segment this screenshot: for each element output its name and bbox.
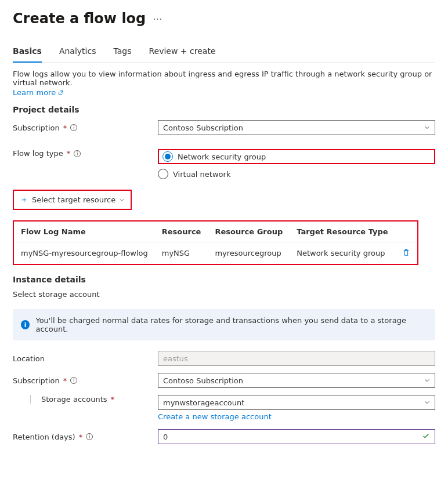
chevron-down-icon bbox=[119, 197, 125, 203]
location-input: eastus bbox=[158, 351, 435, 366]
cell-resource: myNSG bbox=[155, 242, 208, 264]
delete-row-icon[interactable] bbox=[402, 249, 410, 258]
tab-basics[interactable]: Basics bbox=[13, 43, 42, 63]
radio-nsg[interactable]: Network security group bbox=[162, 151, 431, 162]
learn-more-label: Learn more bbox=[13, 88, 56, 97]
radio-vnet-label: Virtual network bbox=[173, 170, 230, 179]
storage-subscription-value: Contoso Subscription bbox=[163, 376, 243, 385]
storage-accounts-label: Storage accounts bbox=[41, 395, 107, 404]
col-resource-group: Resource Group bbox=[208, 222, 290, 242]
storage-account-select[interactable]: mynwstorageaccount bbox=[158, 395, 435, 410]
radio-icon bbox=[162, 151, 173, 162]
radio-nsg-label: Network security group bbox=[178, 153, 266, 161]
select-target-resource-button[interactable]: ＋ Select target resource bbox=[14, 191, 131, 209]
tab-analytics[interactable]: Analytics bbox=[59, 43, 96, 62]
valid-check-icon bbox=[422, 432, 430, 442]
required-marker: * bbox=[79, 433, 83, 441]
highlight-select-target: ＋ Select target resource bbox=[13, 190, 132, 210]
highlight-nsg-option: Network security group bbox=[158, 149, 435, 164]
col-resource: Resource bbox=[155, 222, 208, 242]
tab-review-create[interactable]: Review + create bbox=[149, 43, 215, 62]
info-icon[interactable]: i bbox=[74, 150, 81, 157]
flow-log-type-label: Flow log type bbox=[13, 149, 63, 158]
table-row: myNSG-myresourcegroup-flowlog myNSG myre… bbox=[14, 242, 417, 264]
section-project-details: Project details bbox=[13, 105, 435, 114]
info-icon[interactable]: i bbox=[86, 433, 93, 440]
location-label: Location bbox=[13, 354, 45, 363]
location-value: eastus bbox=[163, 354, 188, 363]
cell-type: Network security group bbox=[290, 242, 395, 264]
col-target-type: Target Resource Type bbox=[290, 222, 395, 242]
chevron-down-icon bbox=[424, 125, 430, 130]
create-storage-link[interactable]: Create a new storage account bbox=[158, 412, 272, 421]
learn-more-link[interactable]: Learn more bbox=[13, 88, 64, 97]
chevron-down-icon bbox=[424, 378, 430, 383]
storage-charge-banner: i You'll be charged normal data rates fo… bbox=[13, 309, 435, 340]
select-target-label: Select target resource bbox=[32, 195, 115, 204]
retention-label: Retention (days) bbox=[13, 433, 75, 441]
info-icon[interactable]: i bbox=[70, 377, 77, 384]
storage-subscription-select[interactable]: Contoso Subscription bbox=[158, 373, 435, 388]
select-storage-text: Select storage account bbox=[13, 290, 435, 299]
required-marker: * bbox=[63, 376, 67, 385]
page-title: Create a flow log bbox=[13, 10, 146, 27]
subscription-label: Subscription bbox=[13, 124, 60, 132]
wizard-tabs: Basics Analytics Tags Review + create bbox=[13, 43, 435, 63]
subscription-select[interactable]: Contoso Subscription bbox=[158, 120, 435, 135]
cell-name: myNSG-myresourcegroup-flowlog bbox=[14, 242, 155, 264]
info-icon: i bbox=[21, 320, 30, 329]
retention-input[interactable]: 0 bbox=[158, 429, 435, 444]
col-flow-log-name: Flow Log Name bbox=[14, 222, 155, 242]
radio-vnet[interactable]: Virtual network bbox=[158, 169, 435, 179]
more-actions-icon[interactable]: ⋯ bbox=[153, 13, 162, 24]
target-resource-table: Flow Log Name Resource Resource Group Ta… bbox=[14, 222, 417, 264]
cell-group: myresourcegroup bbox=[208, 242, 290, 264]
subscription-label-2: Subscription bbox=[13, 376, 60, 385]
banner-text: You'll be charged normal data rates for … bbox=[35, 316, 427, 333]
required-marker: * bbox=[67, 149, 71, 158]
retention-value: 0 bbox=[163, 433, 168, 441]
plus-icon: ＋ bbox=[20, 194, 28, 205]
info-icon[interactable]: i bbox=[70, 124, 77, 131]
section-instance-details: Instance details bbox=[13, 275, 435, 284]
storage-account-value: mynwstorageaccount bbox=[163, 398, 244, 407]
tab-tags[interactable]: Tags bbox=[113, 43, 131, 62]
highlight-target-table: Flow Log Name Resource Resource Group Ta… bbox=[13, 220, 418, 265]
subscription-value: Contoso Subscription bbox=[163, 124, 243, 132]
chevron-down-icon bbox=[424, 400, 430, 405]
required-marker: * bbox=[63, 124, 67, 132]
radio-icon bbox=[158, 169, 168, 179]
required-marker: * bbox=[111, 395, 115, 404]
external-link-icon bbox=[58, 90, 64, 96]
description-text: Flow logs allow you to view information … bbox=[13, 70, 435, 87]
